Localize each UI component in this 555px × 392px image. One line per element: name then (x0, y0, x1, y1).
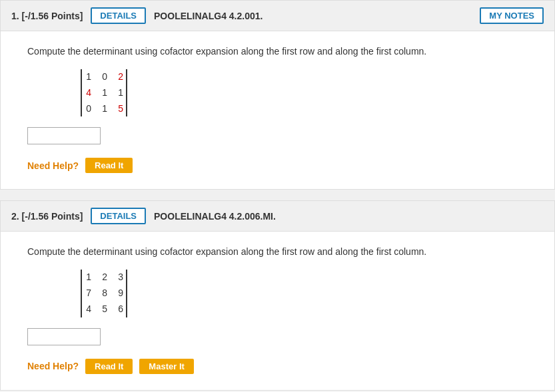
problem-body-2: Compute the determinant using cofactor e… (1, 232, 554, 389)
matrix-row-2-2: 456 (85, 301, 123, 317)
page-container: 1. [-/1.56 Points]DETAILSPOOLELINALG4 4.… (0, 0, 555, 391)
matrix-row-2-1: 789 (85, 286, 123, 301)
matrix-row-1-2: 015 (85, 101, 123, 117)
problem-block-2: 2. [-/1.56 Points]DETAILSPOOLELINALG4 4.… (0, 200, 555, 390)
matrix-2: 123789456 (81, 270, 127, 317)
matrix-cell-1-1-1: 1 (101, 85, 107, 101)
matrix-cell-1-0-2: 2 (117, 69, 123, 85)
matrix-row-1-1: 411 (85, 85, 123, 101)
matrix-cell-2-2-2: 6 (117, 301, 123, 317)
my-notes-button-1[interactable]: MY NOTES (480, 7, 544, 24)
answer-input-1[interactable] (27, 127, 101, 144)
problem-header-2: 2. [-/1.56 Points]DETAILSPOOLELINALG4 4.… (1, 201, 554, 232)
problem-block-1: 1. [-/1.56 Points]DETAILSPOOLELINALG4 4.… (0, 0, 555, 190)
details-button-1[interactable]: DETAILS (91, 7, 146, 24)
problem-body-1: Compute the determinant using cofactor e… (1, 31, 554, 189)
matrix-cell-1-2-2: 5 (117, 101, 123, 117)
problem-code-2: POOLELINALG4 4.2.006.MI. (154, 211, 276, 222)
matrix-bracket-2: 123789456 (81, 270, 127, 317)
matrix-cell-2-1-0: 7 (85, 286, 91, 301)
problem-header-1: 1. [-/1.56 Points]DETAILSPOOLELINALG4 4.… (1, 1, 554, 31)
matrix-cell-1-0-1: 0 (101, 69, 107, 85)
problem-code-1: POOLELINALG4 4.2.001. (154, 11, 263, 21)
problem-instruction-2: Compute the determinant using cofactor e… (27, 245, 528, 259)
matrix-cell-1-2-0: 0 (85, 101, 91, 117)
matrix-cell-2-2-0: 4 (85, 301, 91, 317)
problem-number-1: 1. [-/1.56 Points] (11, 11, 83, 21)
matrix-cell-2-1-2: 9 (117, 286, 123, 301)
matrix-cell-2-0-1: 2 (101, 270, 107, 286)
matrix-row-1-0: 102 (85, 69, 123, 85)
master-it-button-2[interactable]: Master It (139, 359, 193, 374)
details-button-2[interactable]: DETAILS (91, 208, 146, 224)
matrix-cell-1-1-0: 4 (85, 85, 91, 101)
answer-input-2[interactable] (27, 328, 101, 345)
matrix-bracket-1: 102411015 (81, 69, 127, 116)
need-help-row-1: Need Help?Read It (27, 158, 528, 173)
matrix-cell-1-1-2: 1 (117, 85, 123, 101)
matrix-cell-2-0-2: 3 (117, 270, 123, 286)
problem-number-2: 2. [-/1.56 Points] (11, 211, 83, 222)
need-help-row-2: Need Help?Read ItMaster It (27, 359, 528, 374)
matrix-cell-2-0-0: 1 (85, 270, 91, 286)
matrix-cell-2-1-1: 8 (101, 286, 107, 301)
need-help-label-1: Need Help? (27, 160, 79, 171)
problem-instruction-1: Compute the determinant using cofactor e… (27, 45, 528, 59)
read-it-button-1[interactable]: Read It (85, 158, 133, 173)
matrix-1: 102411015 (81, 69, 127, 116)
read-it-button-2[interactable]: Read It (85, 359, 133, 374)
matrix-cell-1-2-1: 1 (101, 101, 107, 117)
matrix-cell-2-2-1: 5 (101, 301, 107, 317)
matrix-cell-1-0-0: 1 (85, 69, 91, 85)
matrix-row-2-0: 123 (85, 270, 123, 286)
need-help-label-2: Need Help? (27, 361, 79, 371)
